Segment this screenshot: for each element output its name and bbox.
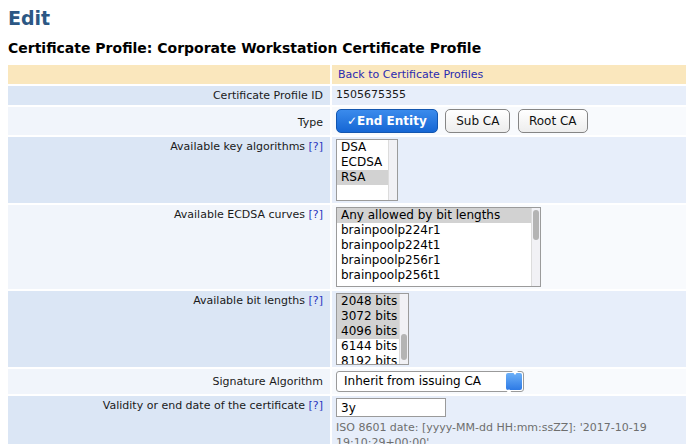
row-available-bit-lengths: Available bit lengths [?] 2048 bits 3072… bbox=[8, 291, 686, 367]
bit-lengths-help-link[interactable]: [?] bbox=[309, 294, 323, 307]
listbox-option[interactable]: 6144 bits bbox=[337, 339, 408, 354]
validity-input[interactable] bbox=[336, 398, 446, 417]
scrollbar-thumb[interactable] bbox=[401, 334, 407, 360]
ecdsa-curves-help-link[interactable]: [?] bbox=[309, 208, 323, 221]
scrollbar-track[interactable] bbox=[399, 294, 408, 364]
listbox-option-selected[interactable]: Any allowed by bit lengths bbox=[337, 208, 540, 223]
page-subtitle: Certificate Profile: Corporate Workstati… bbox=[8, 40, 692, 56]
certificate-profile-id-label: Certificate Profile ID bbox=[8, 86, 330, 105]
type-label: Type bbox=[8, 107, 330, 135]
back-to-certificate-profiles-link[interactable]: Back to Certificate Profiles bbox=[338, 68, 483, 81]
available-bit-lengths-label: Available bit lengths [?] bbox=[8, 291, 330, 367]
row-certificate-profile-id: Certificate Profile ID 1505675355 bbox=[8, 86, 686, 105]
header-spacer-cell bbox=[8, 65, 330, 84]
listbox-option[interactable]: brainpoolp224t1 bbox=[337, 238, 540, 253]
row-available-ecdsa-curves: Available ECDSA curves [?] Any allowed b… bbox=[8, 205, 686, 289]
validity-label: Validity or end date of the certificate … bbox=[8, 396, 330, 444]
row-validity: Validity or end date of the certificate … bbox=[8, 396, 686, 444]
key-algorithms-help-link[interactable]: [?] bbox=[309, 140, 323, 153]
scrollbar-track[interactable] bbox=[388, 140, 397, 200]
selected-option-text: Inherit from issuing CA bbox=[344, 374, 481, 388]
listbox-option[interactable]: brainpoolp256r1 bbox=[337, 253, 540, 268]
listbox-option-selected[interactable]: 4096 bits bbox=[337, 324, 408, 339]
type-end-entity-button[interactable]: ✓End Entity bbox=[336, 109, 438, 133]
available-ecdsa-curves-label: Available ECDSA curves [?] bbox=[8, 205, 330, 289]
signature-algorithm-label: Signature Algorithm bbox=[8, 369, 330, 394]
listbox-option-selected[interactable]: 3072 bits bbox=[337, 309, 408, 324]
scrollbar-track[interactable] bbox=[531, 208, 540, 286]
key-algorithms-listbox[interactable]: DSA ECDSA RSA bbox=[336, 139, 398, 201]
signature-algorithm-select[interactable]: Inherit from issuing CA bbox=[336, 371, 524, 392]
bit-lengths-listbox[interactable]: 2048 bits 3072 bits 4096 bits 6144 bits … bbox=[336, 293, 409, 365]
validity-hint-line1: ISO 8601 date: [yyyy-MM-dd HH:mm:ssZZ]: … bbox=[336, 420, 684, 444]
certificate-profile-form: Back to Certificate Profiles Certificate… bbox=[6, 63, 688, 444]
listbox-option-selected[interactable]: 2048 bits bbox=[337, 294, 408, 309]
listbox-option[interactable]: brainpoolp256t1 bbox=[337, 268, 540, 283]
checkmark-icon: ✓ bbox=[347, 114, 357, 128]
type-sub-ca-button[interactable]: Sub CA bbox=[445, 109, 510, 133]
row-type: Type ✓End Entity Sub CA Root CA bbox=[8, 107, 686, 135]
page-title: Edit bbox=[8, 7, 692, 29]
type-root-ca-button[interactable]: Root CA bbox=[518, 109, 588, 133]
scrollbar-thumb[interactable] bbox=[533, 210, 539, 240]
header-link-cell: Back to Certificate Profiles bbox=[332, 65, 686, 84]
certificate-profile-id-value: 1505675355 bbox=[332, 86, 686, 105]
row-available-key-algorithms: Available key algorithms [?] DSA ECDSA R… bbox=[8, 137, 686, 203]
listbox-option[interactable]: 8192 bits bbox=[337, 354, 408, 365]
validity-help-link[interactable]: [?] bbox=[309, 399, 323, 412]
ecdsa-curves-listbox[interactable]: Any allowed by bit lengths brainpoolp224… bbox=[336, 207, 541, 287]
available-key-algorithms-label: Available key algorithms [?] bbox=[8, 137, 330, 203]
table-header-row: Back to Certificate Profiles bbox=[8, 65, 686, 84]
listbox-option[interactable]: brainpoolp224r1 bbox=[337, 223, 540, 238]
select-stepper-icon bbox=[506, 373, 522, 390]
row-signature-algorithm: Signature Algorithm Inherit from issuing… bbox=[8, 369, 686, 394]
chevron-down-icon bbox=[512, 371, 518, 389]
